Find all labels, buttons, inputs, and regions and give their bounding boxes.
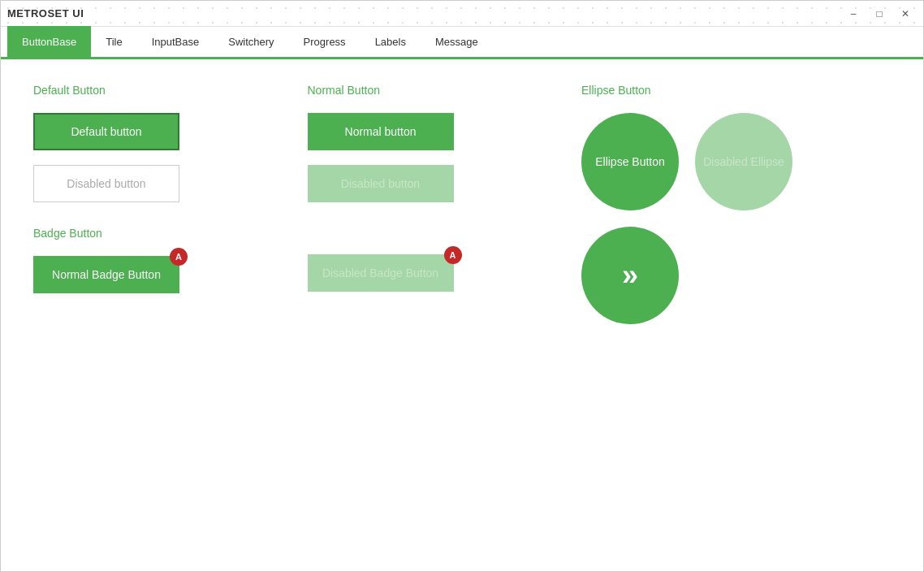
disabled-badge-button-wrapper: A Disabled Badge Button (308, 254, 454, 292)
default-button-disabled: Disabled button (33, 165, 179, 202)
normal-button-disabled: Disabled button (308, 165, 454, 202)
default-button-normal[interactable]: Default button (33, 113, 179, 150)
tab-buttonbase[interactable]: ButtonBase (7, 26, 91, 57)
default-button-section-title: Default Button (33, 84, 291, 97)
title-bar-decoration (1, 1, 923, 26)
normal-badge: A (170, 248, 188, 266)
tab-labels[interactable]: Labels (361, 26, 421, 57)
chevron-right-icon: » (622, 258, 638, 292)
main-content: Default Button Default button Disabled b… (1, 59, 923, 365)
tab-message[interactable]: Message (421, 26, 493, 57)
tab-switchery[interactable]: Switchery (214, 26, 288, 57)
title-bar: METROSET UI – □ ✕ (1, 1, 923, 27)
normal-button-section-title: Normal Button (308, 84, 566, 97)
disabled-badge: A (444, 246, 462, 264)
default-button-column: Default Button Default button Disabled b… (33, 84, 308, 340)
ellipse-button-column: Ellipse Button Ellipse Button Disabled E… (581, 84, 891, 340)
tab-progress[interactable]: Progress (289, 26, 361, 57)
disabled-badge-button-section: A Disabled Badge Button (308, 227, 566, 306)
ellipse-button-arrow[interactable]: » (581, 227, 679, 324)
badge-button-section: Badge Button A Normal Badge Button (33, 227, 291, 308)
ellipse-row-2: » (581, 227, 891, 324)
ellipse-button-section-title: Ellipse Button (581, 84, 891, 97)
normal-button-column: Normal Button Normal button Disabled but… (308, 84, 582, 340)
ellipse-row-1: Ellipse Button Disabled Ellipse (581, 113, 891, 210)
badge-button-section-title: Badge Button (33, 227, 291, 240)
normal-badge-button[interactable]: Normal Badge Button (33, 256, 179, 293)
minimize-button[interactable]: – (842, 6, 865, 22)
maximize-button[interactable]: □ (868, 6, 891, 22)
tab-tile[interactable]: Tile (91, 26, 136, 57)
window-controls: – □ ✕ (842, 6, 917, 22)
normal-badge-button-wrapper: A Normal Badge Button (33, 256, 179, 293)
ellipse-button-normal[interactable]: Ellipse Button (581, 113, 679, 210)
normal-button[interactable]: Normal button (308, 113, 454, 150)
disabled-badge-button: Disabled Badge Button (308, 254, 454, 292)
tab-inputbase[interactable]: InputBase (137, 26, 214, 57)
nav-bar: ButtonBase Tile InputBase Switchery Prog… (1, 27, 923, 59)
app-title: METROSET UI (7, 7, 84, 20)
close-button[interactable]: ✕ (894, 6, 917, 22)
ellipse-button-disabled: Disabled Ellipse (695, 113, 792, 210)
